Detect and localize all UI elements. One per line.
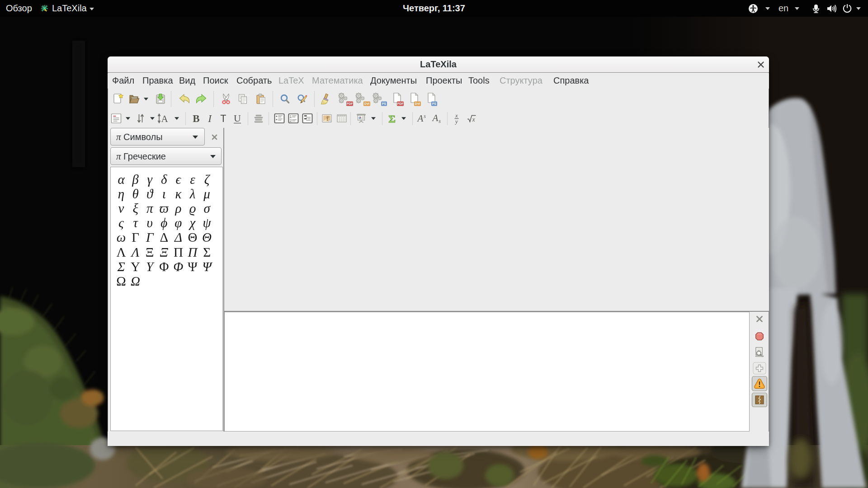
svg-text:DVI: DVI xyxy=(364,102,369,105)
svg-text:DVI: DVI xyxy=(415,102,420,105)
svg-text:PS: PS xyxy=(432,102,437,105)
svg-text:x: x xyxy=(472,116,475,123)
svg-text:U: U xyxy=(234,113,241,124)
svg-text:T: T xyxy=(220,113,226,125)
svg-text:PS: PS xyxy=(382,102,387,105)
svg-text:2: 2 xyxy=(289,118,292,123)
svg-text:Σ: Σ xyxy=(388,113,396,125)
svg-text:A: A xyxy=(432,113,439,123)
svg-text:s: s xyxy=(439,118,441,124)
svg-text:I: I xyxy=(208,113,212,124)
svg-text:A: A xyxy=(417,113,424,124)
svg-text:PDF: PDF xyxy=(397,102,404,105)
svg-text:B: B xyxy=(193,113,199,124)
svg-text:s: s xyxy=(424,113,426,119)
svg-text:A: A xyxy=(161,113,168,124)
svg-text:PDF: PDF xyxy=(347,102,353,105)
svg-text:y: y xyxy=(454,118,458,125)
